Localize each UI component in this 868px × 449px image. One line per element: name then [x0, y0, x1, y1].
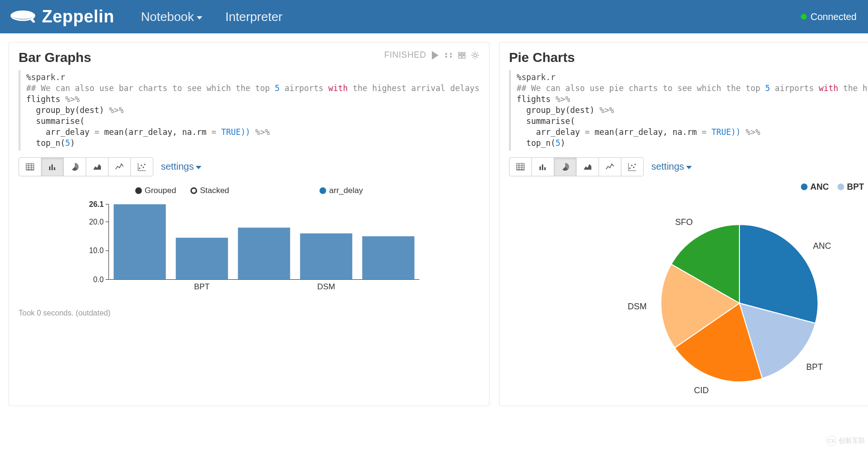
nav-interpreter-label: Interpreter [225, 10, 282, 24]
paragraph-pie-charts: Pie Charts FINISHED %spark.r ## We can a… [499, 42, 868, 406]
svg-rect-26 [362, 236, 415, 279]
chevron-down-icon [686, 166, 692, 169]
run-icon[interactable] [431, 51, 439, 60]
svg-text:0.0: 0.0 [93, 275, 104, 283]
mode-stacked[interactable]: Stacked [190, 186, 229, 195]
svg-point-35 [634, 163, 636, 165]
code-editor[interactable]: %spark.r ## We can also use bar charts t… [19, 70, 479, 151]
chevron-down-icon [196, 166, 201, 169]
viz-type-buttons [509, 157, 644, 176]
viz-bar-button[interactable] [531, 157, 554, 176]
settings-label: settings [651, 161, 684, 172]
nav-interpreter[interactable]: Interpreter [225, 10, 282, 24]
svg-text:10.0: 10.0 [89, 246, 104, 255]
svg-point-33 [631, 164, 632, 166]
top-navbar: Zeppelin Notebook Interpreter Connected [0, 0, 868, 33]
svg-rect-5 [54, 167, 55, 170]
viz-scatter-button[interactable] [130, 157, 153, 176]
svg-rect-23 [238, 227, 290, 279]
bar-chart-svg: 0.010.020.026.1BPTDSM [19, 199, 479, 295]
collapse-icon[interactable] [444, 51, 453, 60]
brand[interactable]: Zeppelin [10, 7, 114, 27]
book-icon[interactable] [458, 51, 466, 60]
svg-rect-30 [542, 164, 543, 170]
settings-toggle[interactable]: settings [161, 161, 201, 172]
svg-text:20.0: 20.0 [89, 217, 104, 225]
svg-point-9 [144, 163, 146, 165]
svg-text:BPT: BPT [194, 282, 210, 291]
viz-bar-button[interactable] [41, 157, 64, 176]
viz-table-button[interactable] [509, 157, 532, 176]
svg-text:DSM: DSM [628, 302, 647, 311]
viz-line-button[interactable] [599, 157, 621, 176]
svg-point-34 [633, 166, 634, 168]
pie-legend-item[interactable]: ANC [801, 182, 829, 192]
paragraph-title[interactable]: Bar Graphs [19, 50, 91, 65]
viz-pie-button[interactable] [63, 157, 86, 176]
status-badge: FINISHED [384, 50, 426, 60]
svg-rect-29 [539, 166, 541, 170]
svg-text:SFO: SFO [675, 217, 693, 227]
connection-status: Connected [801, 11, 857, 22]
svg-point-7 [141, 164, 142, 166]
paragraph-footer: Took 0 seconds. (outdated) [19, 309, 479, 317]
paragraph-bar-graphs: Bar Graphs FINISHED %spark.r ## We can a… [9, 42, 489, 406]
brand-name: Zeppelin [42, 7, 114, 27]
code-editor[interactable]: %spark.r ## We can also use pie charts t… [509, 70, 868, 151]
viz-scatter-button[interactable] [621, 157, 644, 176]
svg-text:DSM: DSM [317, 282, 335, 291]
bar-chart: Grouped Stacked arr_delay 0.010.020.026.… [19, 186, 479, 295]
paragraph-title[interactable]: Pie Charts [509, 50, 575, 65]
svg-rect-24 [300, 233, 352, 279]
pie-legend: ANCBPTCIDDSMSFO [509, 182, 868, 192]
svg-point-6 [139, 167, 140, 169]
zeppelin-logo-icon [10, 9, 36, 25]
dot-filled-icon [135, 187, 142, 194]
viz-table-button[interactable] [19, 157, 41, 176]
svg-rect-31 [544, 167, 546, 170]
nav-notebook[interactable]: Notebook [141, 10, 202, 24]
dot-series-icon [319, 187, 326, 194]
svg-text:ANC: ANC [813, 241, 831, 251]
settings-toggle[interactable]: settings [651, 161, 692, 172]
svg-point-1 [474, 54, 477, 57]
svg-text:BPT: BPT [806, 362, 823, 372]
status-dot-icon [801, 14, 807, 20]
svg-point-8 [143, 166, 144, 168]
pie-chart-svg: ANCBPTCIDDSMSFO [616, 196, 863, 396]
svg-rect-21 [176, 237, 228, 279]
mode-grouped[interactable]: Grouped [135, 186, 176, 195]
svg-rect-20 [114, 204, 166, 279]
nav-links: Notebook Interpreter [141, 10, 282, 24]
viz-area-button[interactable] [576, 157, 599, 176]
viz-line-button[interactable] [108, 157, 131, 176]
chevron-down-icon [197, 16, 202, 20]
svg-text:CID: CID [694, 386, 708, 395]
dot-ring-icon [190, 187, 197, 194]
pie-chart: ANCBPTCIDDSMSFO ANCBPTCIDDSMSFO [509, 182, 868, 396]
svg-text:26.1: 26.1 [89, 200, 104, 208]
svg-rect-4 [51, 164, 53, 170]
nav-notebook-label: Notebook [141, 10, 194, 24]
viz-area-button[interactable] [86, 157, 109, 176]
notebook-body: Bar Graphs FINISHED %spark.r ## We can a… [0, 33, 868, 415]
settings-label: settings [161, 161, 194, 172]
gear-icon[interactable] [471, 51, 479, 60]
legend-dot-icon [801, 184, 808, 190]
viz-type-buttons [19, 157, 153, 176]
svg-rect-3 [49, 166, 50, 170]
series-legend[interactable]: arr_delay [319, 186, 363, 195]
pie-legend-item[interactable]: BPT [838, 182, 864, 192]
svg-point-32 [629, 167, 630, 169]
viz-pie-button[interactable] [554, 157, 577, 176]
connection-label: Connected [810, 11, 857, 22]
legend-dot-icon [838, 184, 844, 190]
